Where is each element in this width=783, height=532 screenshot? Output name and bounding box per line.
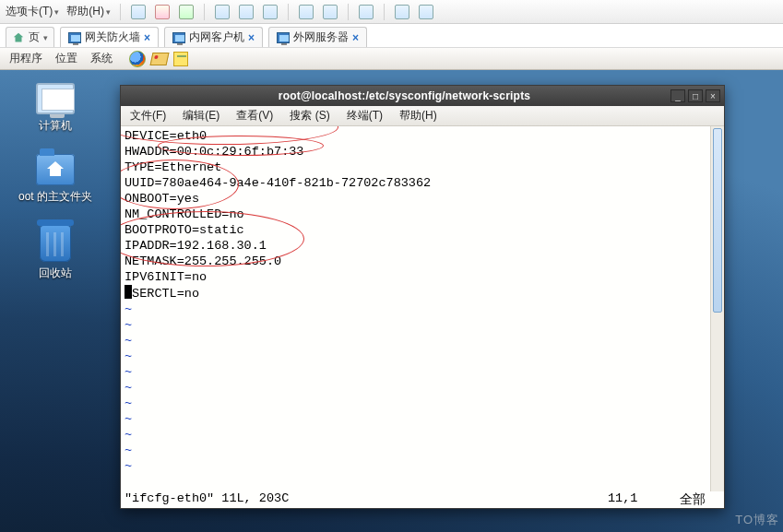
toolbar-icon-11[interactable]: [418, 4, 434, 20]
desktop-background[interactable]: 计算机 oot 的主文件夹 回收站 root@localhost:/etc/sy…: [0, 70, 783, 532]
menu-search[interactable]: 搜索 (S): [290, 108, 329, 124]
toolbar-icon-4[interactable]: [214, 4, 231, 20]
host-menu-help[interactable]: 帮助(H)▾: [66, 4, 111, 19]
close-icon[interactable]: ×: [352, 31, 359, 44]
desktop-icon-trash[interactable]: 回收站: [39, 225, 72, 281]
toolbar-icon-7[interactable]: [298, 4, 314, 20]
status-scroll: 全部: [663, 491, 709, 506]
menu-view[interactable]: 查看(V): [236, 108, 273, 124]
vm-tab-intranet-client[interactable]: 内网客户机 ×: [164, 27, 263, 47]
panel-menu-system[interactable]: 系统: [90, 51, 113, 66]
desktop-icon-computer[interactable]: 计算机: [36, 83, 75, 134]
home-icon: [12, 31, 25, 44]
close-button[interactable]: ×: [706, 89, 720, 102]
sticky-note-icon[interactable]: [173, 52, 188, 66]
terminal-body[interactable]: DEVICE=eth0 HWADDR=00:0c:29:6f:b7:33 TYP…: [121, 126, 724, 508]
desktop-icon-home[interactable]: oot 的主文件夹: [18, 154, 92, 205]
menu-terminal[interactable]: 终端(T): [347, 108, 383, 124]
desktop-icon-label: 回收站: [39, 266, 72, 281]
terminal-scrollbar[interactable]: [710, 126, 724, 491]
terminal-title: root@localhost:/etc/sysconfig/network-sc…: [141, 89, 668, 102]
desktop-icon-label: 计算机: [39, 118, 72, 134]
vm-tab-label: 网关防火墙: [85, 30, 140, 45]
toolbar-icon-9[interactable]: [358, 4, 374, 20]
status-cursor: 11,1: [608, 491, 663, 506]
toolbar-icon-1[interactable]: [130, 4, 147, 20]
close-icon[interactable]: ×: [248, 31, 255, 44]
toolbar-icon-6[interactable]: [262, 4, 279, 20]
menu-edit[interactable]: 编辑(E): [183, 108, 219, 124]
maximize-button[interactable]: □: [688, 89, 703, 102]
host-menu-tab[interactable]: 选项卡(T)▾: [6, 4, 59, 19]
desktop-icon-label: oot 的主文件夹: [18, 189, 92, 205]
minimize-button[interactable]: _: [670, 89, 685, 102]
vm-tab-label: 页: [29, 30, 40, 45]
status-file: "ifcfg-eth0" 11L, 203C: [125, 491, 608, 506]
guest-desktop: 用程序 位置 系统 计算机 oot 的主文件夹: [0, 48, 783, 532]
toolbar-icon-3[interactable]: [178, 4, 195, 20]
firefox-icon[interactable]: [129, 51, 146, 67]
terminal-window: root@localhost:/etc/sysconfig/network-sc…: [120, 85, 725, 509]
vm-tab-label: 外网服务器: [293, 30, 349, 45]
toolbar-icon-10[interactable]: [394, 4, 410, 20]
menu-help[interactable]: 帮助(H): [399, 108, 437, 124]
vm-tab-bar: 页 ▾ 网关防火墙 × 内网客户机 × 外网服务器 ×: [0, 24, 783, 48]
vm-tab-external-server[interactable]: 外网服务器 ×: [268, 27, 367, 47]
toolbar-icon-8[interactable]: [322, 4, 338, 20]
trash-icon: [40, 225, 71, 262]
computer-icon: [36, 83, 75, 114]
panel-menu-places[interactable]: 位置: [55, 51, 77, 66]
scrollbar-thumb[interactable]: [713, 128, 722, 313]
close-icon[interactable]: ×: [144, 31, 150, 44]
vm-running-icon: [68, 32, 81, 43]
toolbar-icon-2[interactable]: [154, 4, 171, 20]
menu-file[interactable]: 文件(F): [130, 108, 166, 124]
home-folder-icon: [36, 154, 75, 185]
file-manager-icon[interactable]: [150, 53, 170, 65]
vm-running-icon: [277, 32, 290, 43]
terminal-menubar: 文件(F) 编辑(E) 查看(V) 搜索 (S) 终端(T) 帮助(H): [121, 106, 724, 126]
watermark: TO博客: [735, 512, 779, 528]
chevron-down-icon: ▾: [43, 33, 48, 42]
terminal-titlebar[interactable]: root@localhost:/etc/sysconfig/network-sc…: [121, 86, 724, 106]
vm-tab-home[interactable]: 页 ▾: [6, 27, 54, 47]
panel-menu-applications[interactable]: 用程序: [9, 51, 42, 66]
toolbar-icon-5[interactable]: [238, 4, 255, 20]
vm-tab-gateway-firewall[interactable]: 网关防火墙 ×: [60, 27, 159, 47]
host-toolbar: 选项卡(T)▾ 帮助(H)▾: [0, 0, 783, 24]
gnome-top-panel: 用程序 位置 系统: [0, 48, 783, 70]
vim-status-line: "ifcfg-eth0" 11L, 203C 11,1 全部: [125, 491, 709, 506]
vm-running-icon: [172, 32, 185, 43]
vm-tab-label: 内网客户机: [189, 30, 244, 45]
